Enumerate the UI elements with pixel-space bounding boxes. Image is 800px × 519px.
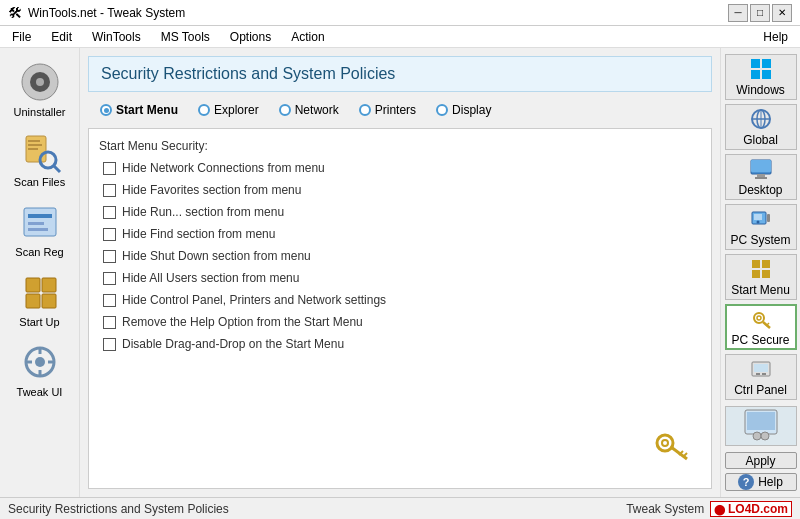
sidebar-label-uninstaller: Uninstaller [14,106,66,118]
svg-rect-45 [762,260,770,268]
global-icon [749,108,773,130]
cb-box-7[interactable] [103,316,116,329]
checkbox-disable-dragdrop[interactable]: Disable Drag-and-Drop on the Start Menu [103,337,701,351]
cb-box-0[interactable] [103,162,116,175]
svg-rect-14 [26,294,40,308]
svg-rect-13 [26,278,40,292]
tab-start-menu[interactable]: Start Menu [92,100,186,120]
checkbox-hide-find[interactable]: Hide Find section from menu [103,227,701,241]
checkbox-remove-help[interactable]: Remove the Help Option from the Start Me… [103,315,701,329]
cb-label-8: Disable Drag-and-Drop on the Start Menu [122,337,344,351]
section-label: Start Menu Security: [99,139,701,153]
checkbox-hide-shutdown[interactable]: Hide Shut Down section from menu [103,249,701,263]
checkbox-hide-network[interactable]: Hide Network Connections from menu [103,161,701,175]
main-layout: Uninstaller Scan Files [0,48,800,497]
apply-button[interactable]: Apply [725,452,797,469]
menu-wintools[interactable]: WinTools [88,28,145,46]
btn-startmenu-label: Start Menu [731,283,790,297]
menu-action[interactable]: Action [287,28,328,46]
menu-bar: File Edit WinTools MS Tools Options Acti… [0,26,800,48]
svg-point-22 [35,357,45,367]
tab-printers[interactable]: Printers [351,100,424,120]
svg-rect-53 [754,364,768,372]
tab-network[interactable]: Network [271,100,347,120]
sidebar-item-uninstaller[interactable]: Uninstaller [3,56,77,122]
checkbox-hide-favorites[interactable]: Hide Favorites section from menu [103,183,701,197]
btn-ctrlpanel-label: Ctrl Panel [734,383,787,397]
tab-radio-printers [359,104,371,116]
cb-box-1[interactable] [103,184,116,197]
btn-startmenu[interactable]: Start Menu [725,254,797,300]
cb-box-3[interactable] [103,228,116,241]
sidebar-label-startup: Start Up [19,316,59,328]
ctrlpanel-icon [749,358,773,380]
startup-icon [18,270,62,314]
checkbox-hide-run[interactable]: Hide Run... section from menu [103,205,701,219]
cb-box-4[interactable] [103,250,116,263]
menu-edit[interactable]: Edit [47,28,76,46]
svg-rect-39 [755,177,767,179]
btn-desktop[interactable]: Desktop [725,154,797,200]
btn-pcsecure-label: PC Secure [731,333,789,347]
cb-label-2: Hide Run... section from menu [122,205,284,219]
status-right-text: Tweak System [626,502,704,516]
tab-radio-network [279,104,291,116]
btn-ctrlpanel[interactable]: Ctrl Panel [725,354,797,400]
title-bar-icon: 🛠 [8,5,22,21]
tab-label-network: Network [295,103,339,117]
right-sidebar: Windows Global D [720,48,800,497]
svg-point-23 [657,435,673,451]
checkbox-hide-allusers[interactable]: Hide All Users section from menu [103,271,701,285]
sidebar-item-startup[interactable]: Start Up [3,266,77,332]
content-panel: Start Menu Security: Hide Network Connec… [88,128,712,489]
tab-display[interactable]: Display [428,100,499,120]
svg-rect-37 [751,160,771,172]
svg-rect-41 [767,214,770,222]
btn-global[interactable]: Global [725,104,797,150]
svg-line-8 [54,166,60,172]
scanfiles-icon [18,130,62,174]
menu-mstools[interactable]: MS Tools [157,28,214,46]
tab-explorer[interactable]: Explorer [190,100,267,120]
menu-options[interactable]: Options [226,28,275,46]
sidebar-item-scanreg[interactable]: Scan Reg [3,196,77,262]
cb-label-7: Remove the Help Option from the Start Me… [122,315,363,329]
btn-desktop-label: Desktop [738,183,782,197]
checkbox-hide-controlpanel[interactable]: Hide Control Panel, Printers and Network… [103,293,701,307]
maximize-button[interactable]: □ [750,4,770,22]
btn-pcsecure[interactable]: PC Secure [725,304,797,350]
svg-point-43 [756,220,759,223]
svg-point-48 [754,313,764,323]
btn-pcsystem[interactable]: PC System [725,204,797,250]
svg-rect-29 [762,59,771,68]
svg-rect-11 [28,222,44,225]
sidebar-item-scanfiles[interactable]: Scan Files [3,126,77,192]
help-button[interactable]: ? Help [725,473,797,491]
svg-point-58 [753,432,761,440]
svg-line-25 [671,447,687,459]
cb-box-8[interactable] [103,338,116,351]
close-button[interactable]: ✕ [772,4,792,22]
sidebar-item-tweakui[interactable]: Tweak UI [3,336,77,402]
btn-windows[interactable]: Windows [725,54,797,100]
minimize-button[interactable]: ─ [728,4,748,22]
btn-pcsystem-label: PC System [730,233,790,247]
desktop-icon [749,158,773,180]
title-bar-controls: ─ □ ✕ [728,4,792,22]
cb-box-5[interactable] [103,272,116,285]
svg-rect-16 [42,294,56,308]
left-sidebar: Uninstaller Scan Files [0,48,80,497]
svg-point-49 [757,316,761,320]
tabs-row: Start Menu Explorer Network Printers Dis… [88,100,712,120]
svg-point-24 [662,440,668,446]
uninstaller-icon [18,60,62,104]
page-title: Security Restrictions and System Policie… [101,65,395,82]
menu-file[interactable]: File [8,28,35,46]
cb-box-2[interactable] [103,206,116,219]
status-left: Security Restrictions and System Policie… [8,502,229,516]
cb-label-1: Hide Favorites section from menu [122,183,301,197]
tab-label-display: Display [452,103,491,117]
cb-box-6[interactable] [103,294,116,307]
tab-label-printers: Printers [375,103,416,117]
menu-help[interactable]: Help [759,28,792,46]
